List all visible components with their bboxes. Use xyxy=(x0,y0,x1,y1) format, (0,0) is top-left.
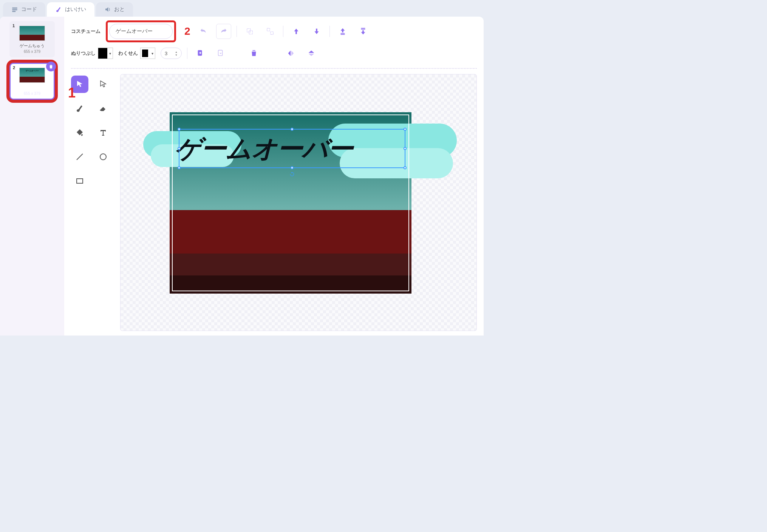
back-button[interactable] xyxy=(356,24,371,39)
ungroup-button[interactable] xyxy=(263,24,278,39)
outline-width-input[interactable]: 3 ▲▼ xyxy=(161,48,182,59)
tool-palette xyxy=(71,74,113,331)
backward-button[interactable] xyxy=(309,24,324,39)
reshape-tool[interactable] xyxy=(94,76,112,93)
svg-rect-9 xyxy=(361,28,365,29)
thumb-preview xyxy=(19,26,45,41)
editor-row-2: ぬりつぶし ▾ わくせん ▾ 3 ▲▼ xyxy=(71,44,477,63)
costume-label: コスチューム xyxy=(71,28,101,35)
canvas[interactable]: ゲームオーバー xyxy=(120,74,477,331)
undo-button[interactable] xyxy=(196,24,211,39)
forward-button[interactable] xyxy=(289,24,304,39)
tab-backdrops[interactable]: はいけい xyxy=(47,2,94,17)
sound-icon xyxy=(104,6,111,13)
eraser-tool[interactable] xyxy=(94,100,112,117)
backdrop-thumb-1[interactable]: 1 ゲームちゅう 655 x 379 xyxy=(9,21,55,57)
thumb-preview: ゲームオーバー xyxy=(19,68,45,83)
flip-vertical-button[interactable] xyxy=(304,46,319,61)
delete-thumb-button[interactable] xyxy=(46,62,56,71)
costume-name-input[interactable] xyxy=(109,24,173,39)
text-tool[interactable] xyxy=(94,124,112,141)
oval-tool[interactable] xyxy=(94,148,112,165)
annotation-2: 2 xyxy=(184,25,190,37)
thumb-number: 1 xyxy=(12,23,15,28)
svg-rect-5 xyxy=(267,28,269,31)
svg-rect-4 xyxy=(249,31,252,34)
front-button[interactable] xyxy=(335,24,350,39)
group-button[interactable] xyxy=(242,24,257,39)
tab-code[interactable]: コード xyxy=(3,2,45,17)
thumb-title: ゲームオー... xyxy=(13,85,51,91)
tab-sounds[interactable]: おと xyxy=(96,2,133,17)
svg-rect-7 xyxy=(340,33,345,34)
stage-content: ゲームオーバー xyxy=(170,112,411,294)
separator xyxy=(71,68,477,69)
rect-tool[interactable] xyxy=(71,172,88,190)
svg-rect-3 xyxy=(247,29,250,32)
line-tool[interactable] xyxy=(71,148,88,165)
outline-color-picker[interactable]: わくせん ▾ xyxy=(118,48,155,59)
svg-rect-1 xyxy=(12,9,17,10)
thumb-title: ゲームちゅう xyxy=(12,43,52,49)
backdrop-thumb-2[interactable]: 2 ゲームオーバー ゲームオー... 655 x 379 xyxy=(9,63,55,100)
paint-editor: コスチューム 2 ぬりつぶし ▾ わくせん ▾ xyxy=(64,17,484,336)
redo-button[interactable] xyxy=(216,24,231,39)
delete-button[interactable] xyxy=(246,46,261,61)
thumb-number: 2 xyxy=(13,65,15,70)
backdrop-list: 1 ゲームちゅう 655 x 379 2 ゲームオーバー ゲームオー... 65… xyxy=(0,17,64,336)
tabs: コード はいけい おと xyxy=(0,0,484,17)
rotation-handle[interactable] xyxy=(289,171,295,177)
paste-button[interactable] xyxy=(213,46,228,61)
brush-icon xyxy=(55,6,62,13)
fill-tool[interactable] xyxy=(71,124,88,141)
tab-code-label: コード xyxy=(21,6,37,13)
svg-point-13 xyxy=(100,154,106,160)
thumb-dims: 655 x 379 xyxy=(13,91,51,96)
selection-box[interactable] xyxy=(179,129,405,168)
code-icon xyxy=(11,6,18,13)
brush-tool[interactable] xyxy=(71,100,88,117)
svg-rect-14 xyxy=(77,179,83,183)
workarea: ゲームオーバー xyxy=(71,74,477,331)
thumb-dims: 655 x 379 xyxy=(12,49,52,54)
tab-sounds-label: おと xyxy=(114,6,125,13)
svg-rect-10 xyxy=(361,29,365,30)
svg-rect-8 xyxy=(340,34,345,35)
fill-color-picker[interactable]: ぬりつぶし ▾ xyxy=(71,48,113,59)
main: 1 ゲームちゅう 655 x 379 2 ゲームオーバー ゲームオー... 65… xyxy=(0,17,484,336)
flip-horizontal-button[interactable] xyxy=(283,46,298,61)
costume-name-highlight xyxy=(106,20,176,42)
svg-rect-2 xyxy=(12,11,15,12)
copy-button[interactable] xyxy=(193,46,208,61)
editor-top-row: コスチューム 2 xyxy=(71,21,477,42)
tab-backdrops-label: はいけい xyxy=(65,6,86,13)
annotation-1: 1 xyxy=(68,85,76,101)
svg-rect-0 xyxy=(12,8,17,9)
svg-rect-6 xyxy=(270,32,273,34)
